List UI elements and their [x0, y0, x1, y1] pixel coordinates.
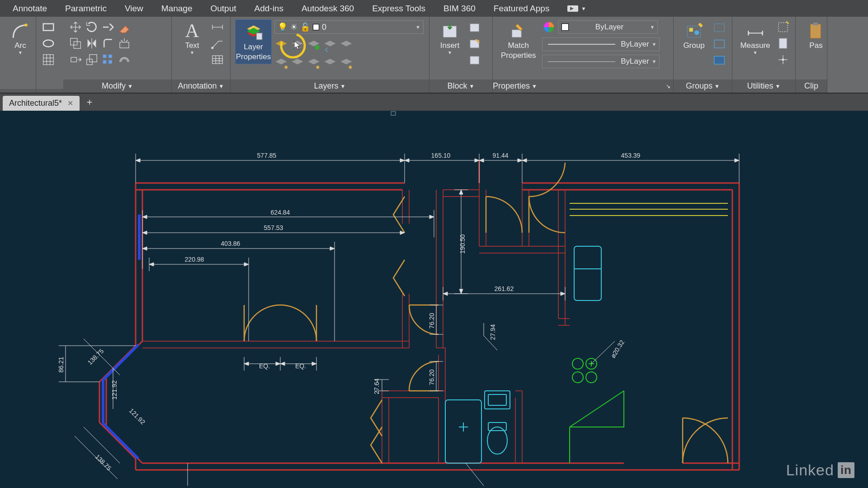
- linetype-dropdown[interactable]: ByLayer ▼: [542, 55, 660, 68]
- svg-rect-33: [714, 56, 725, 65]
- linetype-value: ByLayer: [621, 57, 649, 66]
- layer-properties-button[interactable]: Layer Properties: [235, 19, 272, 64]
- menu-view[interactable]: View: [116, 1, 152, 16]
- file-tab-active[interactable]: Architectural5* ✕: [3, 96, 80, 111]
- panel-layers-title[interactable]: Layers▼: [231, 80, 429, 93]
- text-button[interactable]: A Text ▼: [176, 19, 208, 57]
- panel-block-title[interactable]: Block▼: [429, 80, 492, 93]
- panel-modify-title[interactable]: Modify▼: [63, 80, 171, 93]
- offset-icon[interactable]: [118, 53, 131, 66]
- edit-block-icon[interactable]: [468, 37, 482, 50]
- arc-button[interactable]: Arc ▼: [5, 19, 36, 57]
- group-bbox-icon[interactable]: [712, 53, 726, 66]
- fillet-icon[interactable]: [101, 37, 115, 50]
- layer-isolate-icon[interactable]: [340, 38, 353, 52]
- chevron-down-icon: ▼: [652, 42, 657, 47]
- lineweight-preview: [548, 44, 615, 45]
- explode-icon[interactable]: [118, 37, 131, 50]
- hatch-icon[interactable]: [42, 53, 55, 66]
- dimension-icon[interactable]: [211, 20, 224, 34]
- svg-rect-1: [43, 24, 54, 31]
- svg-rect-39: [391, 112, 396, 115]
- menu-parametric[interactable]: Parametric: [56, 1, 116, 16]
- copy-icon[interactable]: [69, 37, 82, 50]
- panel-groups-title[interactable]: Groups▼: [674, 80, 732, 93]
- file-tabstrip: Architectural5* ✕ ＋: [0, 94, 868, 111]
- match-properties-button[interactable]: Match Properties: [497, 19, 539, 61]
- dim-557: 557.53: [264, 224, 283, 231]
- point-icon[interactable]: [776, 53, 790, 66]
- close-icon[interactable]: ✕: [67, 99, 73, 108]
- select-all-icon[interactable]: [776, 20, 790, 34]
- trim-icon[interactable]: [101, 20, 115, 34]
- create-block-icon[interactable]: [468, 20, 482, 34]
- panel-modify: Modify▼: [63, 17, 172, 93]
- panel-draw-title[interactable]: [0, 89, 36, 93]
- ungroup-icon[interactable]: [712, 20, 726, 34]
- quick-calc-icon[interactable]: [776, 37, 790, 50]
- svg-point-49: [586, 372, 597, 383]
- panel-utilities-title[interactable]: Utilities▼: [732, 80, 795, 93]
- stretch-icon[interactable]: [69, 53, 82, 66]
- layer-dropdown[interactable]: 💡 ☀ 🔓 0 ▼: [274, 20, 424, 34]
- array-icon[interactable]: [101, 53, 115, 66]
- insert-button[interactable]: Insert ▼: [434, 19, 466, 57]
- layer-lock-icon[interactable]: [291, 56, 304, 70]
- panel-clipboard-title[interactable]: Clip: [796, 80, 827, 93]
- group-edit-icon[interactable]: [712, 37, 726, 50]
- layer-prop-label2: Properties: [236, 52, 271, 61]
- menu-a360[interactable]: Autodesk 360: [292, 1, 363, 16]
- dim-dia: ø20.32: [609, 338, 626, 359]
- new-tab-button[interactable]: ＋: [80, 93, 99, 111]
- menu-output[interactable]: Output: [201, 1, 245, 16]
- group-button[interactable]: Group: [678, 19, 710, 52]
- measure-button[interactable]: Measure ▼: [737, 19, 774, 57]
- layer-state-icon[interactable]: ★: [307, 56, 321, 70]
- dim-138b: 138.75: [94, 453, 113, 472]
- menu-bim360[interactable]: BIM 360: [434, 1, 485, 16]
- table-icon[interactable]: [211, 53, 224, 66]
- svg-point-0: [24, 23, 27, 26]
- menu-express[interactable]: Express Tools: [363, 1, 434, 16]
- menu-annotate[interactable]: Annotate: [4, 1, 56, 16]
- arc-label: Arc: [14, 41, 26, 50]
- paste-button[interactable]: Pas: [800, 19, 832, 52]
- dialog-launcher-icon[interactable]: ↘: [666, 83, 670, 89]
- video-dropdown[interactable]: ▼: [558, 3, 595, 14]
- rotate-icon[interactable]: [85, 20, 99, 34]
- chevron-down-icon: ▼: [219, 83, 224, 89]
- scale-icon[interactable]: [85, 53, 99, 66]
- drawing-canvas[interactable]: 577.85 165.10 91.44 453.39 624.84 557.53…: [0, 111, 868, 488]
- layer-off-icon[interactable]: [274, 38, 288, 52]
- make-current-icon[interactable]: [291, 38, 304, 52]
- menu-manage[interactable]: Manage: [152, 1, 202, 16]
- leader-icon[interactable]: [211, 37, 224, 50]
- dim-261: 261.62: [495, 285, 514, 292]
- move-icon[interactable]: [69, 20, 82, 34]
- edit-attr-icon[interactable]: [468, 53, 482, 66]
- panel-annotation-title[interactable]: Annotation▼: [172, 80, 230, 93]
- layer-match-icon[interactable]: [307, 38, 321, 52]
- menu-featured[interactable]: Featured Apps: [485, 1, 559, 16]
- layer-freeze-icon[interactable]: ★: [274, 56, 288, 70]
- mirror-icon[interactable]: [85, 37, 99, 50]
- dim-165: 165.10: [431, 152, 451, 159]
- erase-icon[interactable]: [118, 20, 131, 34]
- svg-point-36: [782, 59, 784, 61]
- ellipse-icon[interactable]: [42, 37, 55, 50]
- panel-properties-title[interactable]: Properties▼↘: [493, 80, 673, 93]
- insert-label: Insert: [440, 41, 460, 50]
- rectangle-icon[interactable]: [42, 20, 55, 34]
- dim-86: 86.21: [57, 357, 65, 372]
- color-wheel-icon[interactable]: [542, 20, 556, 34]
- menu-addins[interactable]: Add-ins: [245, 1, 292, 16]
- color-dropdown[interactable]: ByLayer ▼: [558, 20, 658, 34]
- svg-text:★: ★: [348, 64, 353, 70]
- watermark-text: Linked: [786, 461, 834, 479]
- layer-change-icon[interactable]: [323, 56, 337, 70]
- svg-point-48: [572, 372, 583, 383]
- layer-walk-icon[interactable]: ★: [340, 56, 353, 70]
- cursor-icon: [293, 40, 302, 50]
- layer-previous-icon[interactable]: [323, 38, 337, 52]
- lineweight-dropdown[interactable]: ByLayer ▼: [542, 38, 660, 51]
